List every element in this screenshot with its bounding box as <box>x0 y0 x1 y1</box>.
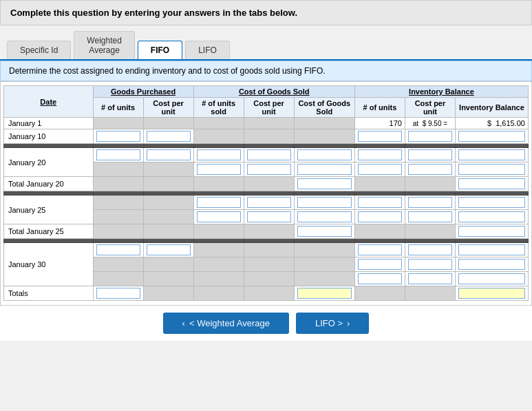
jan25-s-u-2[interactable] <box>193 210 244 224</box>
tab-specific-id[interactable]: Specific Id <box>7 41 71 59</box>
input-totals-cogs[interactable] <box>297 288 352 299</box>
input-jan10-inv-u[interactable] <box>358 131 402 142</box>
input-jan30-inv-u-2[interactable] <box>358 259 402 270</box>
input-jan20-inv-c-1[interactable] <box>408 149 452 160</box>
input-jan30-inv-c-2[interactable] <box>408 259 452 270</box>
jan20-inv-c-1[interactable] <box>405 148 455 162</box>
jan20-inv-bal-1[interactable] <box>455 148 528 162</box>
input-total-jan25-bal[interactable] <box>458 226 525 237</box>
input-totals-bal[interactable] <box>458 288 525 299</box>
jan20-inv-u-1[interactable] <box>354 148 405 162</box>
jan20-s-u-1[interactable] <box>193 148 244 162</box>
jan25-inv-bal-2[interactable] <box>455 210 528 224</box>
input-jan30-inv-bal-1[interactable] <box>458 244 525 255</box>
jan30-inv-u-3[interactable] <box>354 272 405 286</box>
jan25-inv-bal-1[interactable] <box>455 196 528 210</box>
totals-cogs[interactable] <box>294 286 354 301</box>
input-jan20-s-c-1[interactable] <box>247 149 291 160</box>
input-jan20-gp-c[interactable] <box>147 149 191 160</box>
input-jan30-inv-bal-2[interactable] <box>458 259 525 270</box>
jan30-inv-c-3[interactable] <box>405 272 455 286</box>
jan30-inv-bal-2[interactable] <box>455 257 528 272</box>
total-jan20-bal[interactable] <box>455 177 528 191</box>
input-jan25-inv-c-1[interactable] <box>408 197 452 208</box>
jan20-s-cogs-1[interactable] <box>294 148 354 162</box>
jan30-inv-u-1[interactable] <box>354 243 405 257</box>
input-jan25-inv-c-2[interactable] <box>408 211 452 222</box>
input-jan20-s-cogs-1[interactable] <box>297 149 352 160</box>
jan30-inv-c-1[interactable] <box>405 243 455 257</box>
input-jan20-inv-c-2[interactable] <box>408 164 452 175</box>
input-jan10-inv-c[interactable] <box>408 131 452 142</box>
totals-bal[interactable] <box>455 286 528 301</box>
input-jan20-s-cogs-2[interactable] <box>297 164 352 175</box>
jan20-s-c-1[interactable] <box>244 148 294 162</box>
input-total-jan25-cogs[interactable] <box>297 226 352 237</box>
jan20-gp-u[interactable] <box>93 148 143 162</box>
input-jan25-s-c-1[interactable] <box>247 197 291 208</box>
input-jan20-s-c-2[interactable] <box>247 164 291 175</box>
jan20-s-c-2[interactable] <box>244 162 294 177</box>
tab-lifo[interactable]: LIFO <box>185 41 230 59</box>
jan25-inv-c-1[interactable] <box>405 196 455 210</box>
totals-gp-u[interactable] <box>93 286 143 301</box>
input-jan25-s-u-1[interactable] <box>197 197 241 208</box>
input-total-jan20-cogs[interactable] <box>297 178 352 189</box>
jan25-s-u-1[interactable] <box>193 196 244 210</box>
tab-fifo[interactable]: FIFO <box>138 41 182 59</box>
total-jan20-cogs[interactable] <box>294 177 354 191</box>
next-button[interactable]: LIFO > › <box>296 313 369 334</box>
jan30-inv-c-2[interactable] <box>405 257 455 272</box>
jan10-gp-c[interactable] <box>143 129 193 144</box>
jan30-gp-u[interactable] <box>93 243 143 257</box>
jan30-inv-u-2[interactable] <box>354 257 405 272</box>
jan10-inv-u[interactable] <box>354 129 405 144</box>
total-jan25-bal[interactable] <box>455 224 528 239</box>
jan20-inv-bal-2[interactable] <box>455 162 528 177</box>
input-jan30-inv-c-1[interactable] <box>408 244 452 255</box>
input-jan30-inv-c-3[interactable] <box>408 273 452 284</box>
input-jan25-s-c-2[interactable] <box>247 211 291 222</box>
input-jan20-s-u-1[interactable] <box>197 149 241 160</box>
tab-weighted-average[interactable]: WeightedAverage <box>74 31 134 59</box>
jan25-inv-u-2[interactable] <box>354 210 405 224</box>
prev-button[interactable]: ‹ < Weighted Average <box>163 313 289 334</box>
input-jan25-s-cogs-2[interactable] <box>297 211 352 222</box>
jan30-inv-bal-3[interactable] <box>455 272 528 286</box>
jan25-s-cogs-2[interactable] <box>294 210 354 224</box>
input-total-jan20-bal[interactable] <box>458 178 525 189</box>
jan25-s-c-2[interactable] <box>244 210 294 224</box>
input-jan30-inv-u-1[interactable] <box>358 244 402 255</box>
input-jan25-inv-bal-1[interactable] <box>458 197 525 208</box>
input-jan25-inv-u-1[interactable] <box>358 197 402 208</box>
jan20-gp-c[interactable] <box>143 148 193 162</box>
input-totals-gp-u[interactable] <box>96 288 140 299</box>
input-jan10-gp-u[interactable] <box>96 131 140 142</box>
input-jan30-inv-bal-3[interactable] <box>458 273 525 284</box>
input-jan10-gp-c[interactable] <box>147 131 191 142</box>
input-jan10-inv-bal[interactable] <box>458 131 525 142</box>
input-jan20-inv-u-1[interactable] <box>358 149 402 160</box>
input-jan25-inv-u-2[interactable] <box>358 211 402 222</box>
jan20-s-cogs-2[interactable] <box>294 162 354 177</box>
input-jan20-inv-u-2[interactable] <box>358 164 402 175</box>
input-jan20-inv-bal-1[interactable] <box>458 149 525 160</box>
jan30-inv-bal-1[interactable] <box>455 243 528 257</box>
jan20-inv-c-2[interactable] <box>405 162 455 177</box>
jan25-inv-u-1[interactable] <box>354 196 405 210</box>
input-jan20-gp-u[interactable] <box>96 149 140 160</box>
input-jan30-gp-c[interactable] <box>147 244 191 255</box>
jan20-inv-u-2[interactable] <box>354 162 405 177</box>
total-jan25-cogs[interactable] <box>294 224 354 239</box>
jan10-gp-u[interactable] <box>93 129 143 144</box>
input-jan30-gp-u[interactable] <box>96 244 140 255</box>
input-jan25-s-cogs-1[interactable] <box>297 197 352 208</box>
input-jan20-inv-bal-2[interactable] <box>458 164 525 175</box>
input-jan30-inv-u-3[interactable] <box>358 273 402 284</box>
jan10-inv-c[interactable] <box>405 129 455 144</box>
jan25-inv-c-2[interactable] <box>405 210 455 224</box>
input-jan25-s-u-2[interactable] <box>197 211 241 222</box>
input-jan25-inv-bal-2[interactable] <box>458 211 525 222</box>
jan20-s-u-2[interactable] <box>193 162 244 177</box>
jan30-gp-c[interactable] <box>143 243 193 257</box>
